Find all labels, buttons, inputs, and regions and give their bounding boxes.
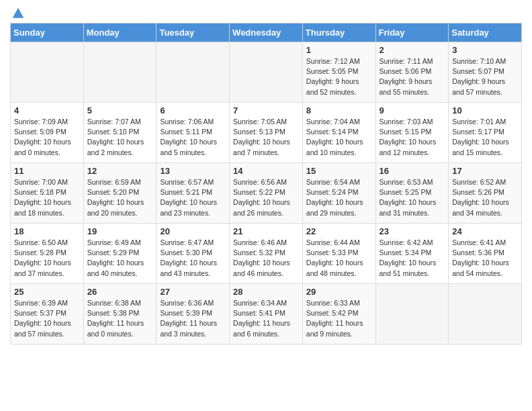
calendar-cell: 20Sunrise: 6:47 AM Sunset: 5:30 PM Dayli… (157, 224, 230, 284)
day-info: Sunrise: 7:12 AM Sunset: 5:05 PM Dayligh… (306, 56, 372, 97)
calendar-cell: 21Sunrise: 6:46 AM Sunset: 5:32 PM Dayli… (230, 224, 303, 284)
calendar-cell: 12Sunrise: 6:59 AM Sunset: 5:20 PM Dayli… (83, 163, 157, 224)
day-number: 5 (87, 105, 153, 116)
calendar-cell: 11Sunrise: 7:00 AM Sunset: 5:18 PM Dayli… (11, 163, 84, 224)
day-info: Sunrise: 6:57 AM Sunset: 5:21 PM Dayligh… (160, 177, 226, 218)
day-number: 7 (233, 105, 299, 116)
calendar-cell (375, 284, 449, 345)
day-number: 25 (14, 287, 80, 297)
day-number: 3 (452, 45, 518, 55)
day-number: 17 (452, 166, 518, 176)
day-number: 21 (233, 226, 299, 236)
weekday-header-wednesday: Wednesday (230, 24, 303, 42)
calendar-cell: 2Sunrise: 7:11 AM Sunset: 5:06 PM Daylig… (375, 42, 449, 103)
day-info: Sunrise: 7:07 AM Sunset: 5:10 PM Dayligh… (87, 117, 153, 158)
day-info: Sunrise: 7:04 AM Sunset: 5:14 PM Dayligh… (306, 117, 372, 158)
calendar-cell: 8Sunrise: 7:04 AM Sunset: 5:14 PM Daylig… (302, 103, 375, 163)
calendar-cell: 23Sunrise: 6:42 AM Sunset: 5:34 PM Dayli… (375, 224, 449, 284)
day-number: 11 (14, 166, 80, 176)
day-info: Sunrise: 7:01 AM Sunset: 5:17 PM Dayligh… (452, 117, 518, 158)
week-row-5: 25Sunrise: 6:39 AM Sunset: 5:37 PM Dayli… (11, 284, 522, 345)
week-row-4: 18Sunrise: 6:50 AM Sunset: 5:28 PM Dayli… (11, 224, 522, 284)
day-info: Sunrise: 6:52 AM Sunset: 5:26 PM Dayligh… (452, 177, 518, 218)
weekday-header-friday: Friday (375, 24, 449, 42)
day-number: 4 (14, 105, 80, 116)
day-number: 16 (380, 166, 445, 176)
day-number: 9 (380, 105, 445, 116)
calendar-cell: 13Sunrise: 6:57 AM Sunset: 5:21 PM Dayli… (157, 163, 230, 224)
day-info: Sunrise: 6:54 AM Sunset: 5:24 PM Dayligh… (306, 177, 372, 218)
weekday-header-row: SundayMondayTuesdayWednesdayThursdayFrid… (11, 24, 522, 42)
day-number: 23 (380, 226, 445, 236)
day-info: Sunrise: 6:44 AM Sunset: 5:33 PM Dayligh… (306, 238, 372, 279)
day-number: 14 (233, 166, 299, 176)
day-info: Sunrise: 7:06 AM Sunset: 5:11 PM Dayligh… (160, 117, 226, 158)
day-info: Sunrise: 6:36 AM Sunset: 5:39 PM Dayligh… (160, 298, 226, 339)
calendar-cell: 14Sunrise: 6:56 AM Sunset: 5:22 PM Dayli… (230, 163, 303, 224)
week-row-1: 1Sunrise: 7:12 AM Sunset: 5:05 PM Daylig… (11, 42, 522, 103)
day-number: 2 (380, 45, 445, 55)
day-number: 6 (160, 105, 226, 116)
day-number: 27 (160, 287, 226, 297)
calendar-cell: 3Sunrise: 7:10 AM Sunset: 5:07 PM Daylig… (449, 42, 522, 103)
day-info: Sunrise: 7:03 AM Sunset: 5:15 PM Dayligh… (380, 117, 445, 158)
day-number: 18 (14, 226, 80, 236)
day-info: Sunrise: 6:38 AM Sunset: 5:38 PM Dayligh… (87, 298, 153, 339)
day-number: 22 (306, 226, 372, 236)
weekday-header-monday: Monday (83, 24, 157, 42)
day-number: 13 (160, 166, 226, 176)
day-info: Sunrise: 6:56 AM Sunset: 5:22 PM Dayligh… (233, 177, 299, 218)
logo-icon (11, 7, 25, 20)
calendar-cell (230, 42, 303, 103)
day-number: 26 (87, 287, 153, 297)
day-info: Sunrise: 6:34 AM Sunset: 5:41 PM Dayligh… (233, 298, 299, 339)
day-number: 20 (160, 226, 226, 236)
day-number: 29 (306, 287, 372, 297)
calendar-container: SundayMondayTuesdayWednesdayThursdayFrid… (0, 0, 532, 351)
calendar-cell: 24Sunrise: 6:41 AM Sunset: 5:36 PM Dayli… (449, 224, 522, 284)
day-number: 28 (233, 287, 299, 297)
day-info: Sunrise: 7:11 AM Sunset: 5:06 PM Dayligh… (380, 56, 445, 97)
day-info: Sunrise: 7:09 AM Sunset: 5:09 PM Dayligh… (14, 117, 80, 158)
week-row-2: 4Sunrise: 7:09 AM Sunset: 5:09 PM Daylig… (11, 103, 522, 163)
day-info: Sunrise: 6:42 AM Sunset: 5:34 PM Dayligh… (380, 238, 445, 279)
calendar-cell: 7Sunrise: 7:05 AM Sunset: 5:13 PM Daylig… (230, 103, 303, 163)
weekday-header-sunday: Sunday (11, 24, 84, 42)
calendar-cell (83, 42, 157, 103)
day-info: Sunrise: 7:00 AM Sunset: 5:18 PM Dayligh… (14, 177, 80, 218)
calendar-cell: 4Sunrise: 7:09 AM Sunset: 5:09 PM Daylig… (11, 103, 84, 163)
day-info: Sunrise: 6:39 AM Sunset: 5:37 PM Dayligh… (14, 298, 80, 339)
calendar-cell: 25Sunrise: 6:39 AM Sunset: 5:37 PM Dayli… (11, 284, 84, 345)
calendar-cell: 6Sunrise: 7:06 AM Sunset: 5:11 PM Daylig… (157, 103, 230, 163)
week-row-3: 11Sunrise: 7:00 AM Sunset: 5:18 PM Dayli… (11, 163, 522, 224)
logo (10, 7, 25, 17)
weekday-header-thursday: Thursday (302, 24, 375, 42)
calendar-cell: 27Sunrise: 6:36 AM Sunset: 5:39 PM Dayli… (157, 284, 230, 345)
day-number: 1 (306, 45, 372, 55)
weekday-header-tuesday: Tuesday (157, 24, 230, 42)
weekday-header-saturday: Saturday (449, 24, 522, 42)
day-info: Sunrise: 7:05 AM Sunset: 5:13 PM Dayligh… (233, 117, 299, 158)
day-info: Sunrise: 6:59 AM Sunset: 5:20 PM Dayligh… (87, 177, 153, 218)
calendar-cell: 18Sunrise: 6:50 AM Sunset: 5:28 PM Dayli… (11, 224, 84, 284)
day-info: Sunrise: 7:10 AM Sunset: 5:07 PM Dayligh… (452, 56, 518, 97)
calendar-table: SundayMondayTuesdayWednesdayThursdayFrid… (10, 23, 522, 345)
day-number: 19 (87, 226, 153, 236)
day-number: 24 (452, 226, 518, 236)
day-number: 15 (306, 166, 372, 176)
calendar-cell: 1Sunrise: 7:12 AM Sunset: 5:05 PM Daylig… (302, 42, 375, 103)
calendar-cell (157, 42, 230, 103)
calendar-cell: 10Sunrise: 7:01 AM Sunset: 5:17 PM Dayli… (449, 103, 522, 163)
calendar-cell: 28Sunrise: 6:34 AM Sunset: 5:41 PM Dayli… (230, 284, 303, 345)
day-info: Sunrise: 6:53 AM Sunset: 5:25 PM Dayligh… (380, 177, 445, 218)
calendar-cell: 17Sunrise: 6:52 AM Sunset: 5:26 PM Dayli… (449, 163, 522, 224)
day-info: Sunrise: 6:33 AM Sunset: 5:42 PM Dayligh… (306, 298, 372, 339)
svg-marker-0 (13, 8, 24, 18)
calendar-cell (449, 284, 522, 345)
calendar-cell: 16Sunrise: 6:53 AM Sunset: 5:25 PM Dayli… (375, 163, 449, 224)
calendar-cell: 19Sunrise: 6:49 AM Sunset: 5:29 PM Dayli… (83, 224, 157, 284)
day-info: Sunrise: 6:41 AM Sunset: 5:36 PM Dayligh… (452, 238, 518, 279)
calendar-cell: 26Sunrise: 6:38 AM Sunset: 5:38 PM Dayli… (83, 284, 157, 345)
calendar-cell: 22Sunrise: 6:44 AM Sunset: 5:33 PM Dayli… (302, 224, 375, 284)
day-info: Sunrise: 6:50 AM Sunset: 5:28 PM Dayligh… (14, 238, 80, 279)
